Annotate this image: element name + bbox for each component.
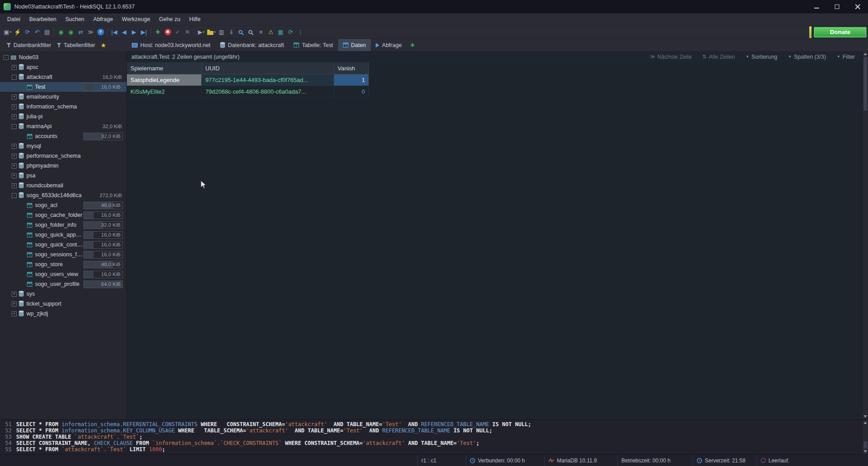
table-tools-icon[interactable]: ▦	[276, 27, 286, 38]
menu-item-werkzeuge[interactable]: Werkzeuge	[117, 14, 155, 24]
last-record-icon[interactable]: ▶|	[139, 27, 149, 38]
tab-query[interactable]: Abfrage	[371, 39, 407, 51]
tree-item-test[interactable]: Test16,0 KiB	[0, 82, 126, 92]
next-rows-button[interactable]: ≫ Nächste Zeile	[650, 54, 692, 60]
tree-item-sogo-user-profile[interactable]: sogo_user_profile64,0 KiB	[0, 279, 126, 289]
data-flow-icon[interactable]: ≫	[86, 27, 95, 38]
tree-item-sogo-quick-appointm[interactable]: sogo_quick_appointm...16,0 KiB	[0, 230, 126, 240]
scrollbar-thumb[interactable]	[864, 441, 867, 449]
open-file-icon[interactable]: ▾	[206, 27, 217, 38]
more-tools-icon[interactable]: ⋮	[295, 27, 305, 38]
minimize-button[interactable]	[806, 0, 827, 13]
export-icon[interactable]: ⇓	[226, 27, 236, 38]
expander-icon[interactable]: +	[12, 311, 17, 316]
replace-icon[interactable]	[246, 27, 256, 38]
insert-row-icon[interactable]: ✚	[153, 27, 163, 38]
database-filter-button[interactable]: Datenbankfilter	[4, 41, 54, 50]
tree-item-accounts[interactable]: accounts32,0 KiB	[0, 131, 126, 141]
resume-icon[interactable]: ◉	[56, 27, 66, 38]
cell-vanish[interactable]: 0	[334, 86, 369, 98]
scrollbar-track[interactable]	[863, 426, 868, 449]
scroll-down-icon[interactable]	[864, 414, 868, 419]
donate-button[interactable]: Donate	[814, 27, 867, 38]
tree-item-julia-pi[interactable]: +julia-pi	[0, 112, 126, 121]
expander-icon[interactable]: -	[12, 193, 17, 198]
expander-icon[interactable]: +	[12, 144, 17, 149]
tree-item-sogo-store[interactable]: sogo_store48,0 KiB	[0, 259, 126, 269]
tree-item-sogo-acl[interactable]: sogo_acl48,0 KiB	[0, 200, 126, 210]
reformat-sql-icon[interactable]: ⟳	[286, 27, 295, 38]
disconnect-icon[interactable]: ⚡	[13, 27, 22, 38]
help-icon[interactable]: ?	[95, 27, 105, 38]
log-scrollbar[interactable]	[862, 420, 868, 454]
session-manager-icon[interactable]: ▣▾	[3, 27, 13, 38]
query-parameters-icon[interactable]: ≡	[256, 27, 266, 38]
undo-icon[interactable]: ↶	[32, 27, 42, 38]
menu-item-hilfe[interactable]: Hilfe	[185, 14, 205, 24]
expander-icon[interactable]: +	[12, 183, 17, 188]
expander-icon[interactable]: -	[12, 124, 17, 129]
expander-icon[interactable]: +	[12, 95, 17, 99]
expander-icon[interactable]: +	[12, 164, 17, 168]
tree-item-attackcraft[interactable]: -attackcraft16,0 KiB	[0, 72, 126, 82]
scroll-down-icon[interactable]	[864, 449, 868, 453]
maximize-button[interactable]	[827, 0, 847, 13]
tab-host[interactable]: Host: node03.lvckyworld.net	[127, 39, 215, 51]
previous-record-icon[interactable]: ◀	[119, 27, 129, 38]
expander-icon[interactable]: +	[12, 65, 17, 70]
tree-item-ticket-support[interactable]: +ticket_support	[0, 299, 126, 309]
expander-icon[interactable]: -	[12, 75, 17, 80]
filter-dropdown[interactable]: ▼ Filter	[837, 54, 855, 60]
tree-item-mysql[interactable]: +mysql	[0, 141, 126, 151]
table-row-1[interactable]: SatophdieLegende977c2195-1e44-4493-bada-…	[127, 74, 862, 86]
next-record-icon[interactable]: ▶	[129, 27, 139, 38]
cell-uuid[interactable]: 977c2195-1e44-4493-bada-cf0f765ad...	[202, 74, 334, 86]
scroll-up-icon[interactable]	[864, 52, 868, 56]
table-row-2[interactable]: KiSsMyElite279d2068c-cef4-4806-8800-c6a0…	[127, 86, 862, 98]
tree-item-node03[interactable]: -Node03	[0, 52, 126, 62]
run-query-icon[interactable]: ▶▾	[196, 27, 206, 38]
tree-item-marinaapi[interactable]: -marinaApi32,0 KiB	[0, 121, 126, 131]
tree-item-performance-schema[interactable]: +performance_schema	[0, 151, 126, 161]
scroll-up-icon[interactable]	[864, 421, 868, 425]
tree-item-emailsecurity[interactable]: +emailsecurity	[0, 92, 126, 102]
post-changes-icon[interactable]: ✔	[173, 27, 182, 38]
expander-icon[interactable]: +	[12, 302, 17, 306]
sorting-dropdown[interactable]: ▼ Sortierung	[746, 54, 777, 60]
expander-icon[interactable]: +	[12, 114, 17, 119]
expander-icon[interactable]: +	[12, 154, 17, 159]
tab-database[interactable]: Datenbank: attackcraft	[215, 39, 289, 51]
all-rows-button[interactable]: ⇅ Alle Zeilen	[703, 54, 735, 60]
expander-icon[interactable]: +	[12, 104, 17, 109]
menu-item-bearbeiten[interactable]: Bearbeiten	[25, 14, 61, 24]
menu-item-suchen[interactable]: Suchen	[61, 14, 89, 24]
resume-all-icon[interactable]: ◉	[66, 27, 76, 38]
session-log-icon[interactable]: ▤	[42, 27, 52, 38]
cell-vanish[interactable]: 1	[334, 74, 369, 86]
columns-dropdown[interactable]: ▼ Spalten (3/3)	[788, 54, 826, 60]
cell-spielername[interactable]: SatophdieLegende	[127, 74, 202, 86]
cell-spielername[interactable]: KiSsMyElite2	[127, 86, 202, 98]
tree-item-sogo-cache-folder[interactable]: sogo_cache_folder16,0 KiB	[0, 210, 126, 220]
tab-table[interactable]: Tabelle: Test	[289, 39, 338, 51]
tree-item-psa[interactable]: +psa	[0, 171, 126, 181]
column-header-uuid[interactable]: UUID	[202, 62, 334, 74]
main-scrollbar[interactable]	[862, 51, 868, 419]
menu-item-abfrage[interactable]: Abfrage	[89, 14, 117, 24]
transfer-icon[interactable]: ⇄	[76, 27, 86, 38]
tree-item-roundcubemail[interactable]: +roundcubemail	[0, 181, 126, 190]
tree-item-sys[interactable]: +sys	[0, 289, 126, 299]
first-record-icon[interactable]: |◀	[109, 27, 119, 38]
scrollbar-track[interactable]	[863, 57, 868, 414]
menu-item-gehe-zu[interactable]: Gehe zu	[155, 14, 185, 24]
column-header-spielername[interactable]: Spielername	[127, 62, 202, 74]
tab-data[interactable]: Daten	[338, 39, 371, 51]
tree-item-sogo-sessions-folder[interactable]: sogo_sessions_folder16,0 KiB	[0, 250, 126, 259]
cancel-editing-icon[interactable]: ✖	[182, 27, 192, 38]
expander-icon[interactable]: +	[12, 292, 17, 297]
tree-item-sogo-quick-contact[interactable]: sogo_quick_contact16,0 KiB	[0, 240, 126, 250]
favorites-star-icon[interactable]: ★	[100, 42, 106, 48]
column-header-vanish[interactable]: Vanish	[334, 62, 369, 74]
cell-uuid[interactable]: 79d2068c-cef4-4806-8800-c6a0ada7...	[202, 86, 334, 98]
highlight-icon[interactable]: ⚠	[266, 27, 276, 38]
